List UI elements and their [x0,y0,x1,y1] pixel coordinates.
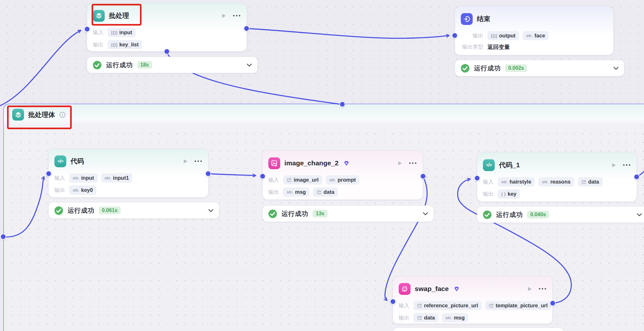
port-code-input[interactable] [46,171,52,177]
node-image-change-2[interactable]: image_change_2 输入image_urlstr.prompt 输出s… [263,151,423,200]
port-code-1-output[interactable] [634,174,640,180]
chevron-down-icon[interactable] [247,63,252,67]
obj-type-label: { } [501,192,506,196]
node-code[interactable]: </> 代码 输入str.inputstr.input1 输出str.key0 [49,149,208,197]
face-icon [399,283,411,295]
status-time-badge: 13s [313,210,328,217]
param-pill-data: data [313,187,338,197]
str-type-label: str. [287,190,293,194]
success-icon [268,209,277,218]
edge-code-to-imagechange[interactable] [208,174,256,176]
param-pill-data: data [413,313,438,322]
row-label: 输出 [268,189,279,196]
param-name: input1 [113,175,129,181]
str-type-label: str. [73,188,79,193]
port-code-output[interactable] [205,171,211,177]
gem-icon [453,286,460,292]
param-name: msg [454,315,465,321]
param-pill-reasons: str.reasons [538,177,574,186]
param-pill-face: str.face [523,31,549,40]
row-label: 输出 [461,32,483,39]
node-swap-face[interactable]: swap_face 输入reference_picture_urltemplat… [393,276,552,324]
play-button[interactable] [526,286,533,292]
edge-body-to-code[interactable] [3,177,44,237]
param-pill-image_url: image_url [283,175,322,185]
play-button[interactable] [221,13,227,19]
more-button[interactable] [538,288,547,290]
param-pill-msg: str.msg [442,313,468,322]
port-batch-output[interactable] [244,26,250,32]
param-pill-input: [{}]input [108,28,136,37]
row-label: 输入 [399,302,409,309]
param-name: data [588,179,599,185]
image-type-icon [581,180,586,184]
edge-start-to-batch[interactable] [0,30,81,107]
param-name: prompt [338,177,356,183]
param-pill-reference_picture_url: reference_picture_url [413,301,482,310]
play-button[interactable] [611,162,617,168]
success-icon [93,60,102,70]
param-name: key [508,191,517,197]
edge-batch-to-end[interactable] [247,28,449,38]
port-image-change-input[interactable] [260,173,266,179]
chevron-down-icon[interactable] [613,67,619,70]
gem-icon [343,160,350,166]
workflow-canvas[interactable]: 批处理体 批处理 [0,0,644,331]
status-bar-swap-face[interactable] [393,328,563,331]
node-title: swap_face [415,285,449,293]
success-icon [483,210,492,219]
success-icon [461,64,470,73]
port-body-top[interactable] [339,101,346,107]
more-button[interactable] [232,14,241,17]
port-body-left[interactable] [0,234,6,240]
node-end[interactable]: 结束 输出[{}]outputstr.face 输出类型返回变量 [455,6,613,55]
param-pill-input1: str.input1 [101,173,133,183]
node-title: 代码 [70,157,84,166]
success-icon [54,206,63,215]
objlist-type-label: [{}] [111,42,118,47]
row-label: 输入 [268,177,279,184]
layers-icon [93,10,105,22]
play-button[interactable] [397,160,403,166]
param-pill-prompt: str.prompt [326,175,359,185]
port-image-change-output[interactable] [420,173,426,179]
port-batch-bottom[interactable] [164,49,170,55]
row-label: 输入 [483,178,493,185]
chevron-down-icon[interactable] [637,213,642,217]
chevron-down-icon[interactable] [423,212,428,216]
str-type-label: str. [526,33,533,38]
param-pill-key: { }key [498,189,520,199]
play-button[interactable] [182,158,188,164]
param-pill-data: data [578,177,603,186]
port-swap-face-output[interactable] [550,300,556,306]
status-bar-code-1[interactable]: 运行成功 0.040s [477,207,644,223]
param-name: output [499,33,516,39]
node-batch[interactable]: 批处理 输入[{}]input 输出[{}]key_list [87,3,247,51]
param-pill-key_list: [{}]key_list [108,40,142,49]
port-swap-face-input[interactable] [390,299,396,305]
str-type-label: str. [105,176,111,180]
node-code-1[interactable]: </> 代码_1 输入str.hairstylestr.reasonsdata … [477,153,637,201]
chevron-down-icon[interactable] [208,209,214,212]
node-title: 批处理 [109,11,129,20]
status-bar-end[interactable]: 运行成功 0.002s [455,60,624,76]
status-time-badge: 0.040s [527,211,549,218]
status-bar-image-change-2[interactable]: 运行成功 13s [263,206,434,222]
param-name: reasons [550,179,570,185]
param-name: template_picture_url [496,303,548,309]
more-button[interactable] [409,162,417,164]
str-type-label: str. [501,179,508,184]
image-type-icon [417,303,422,308]
status-time-badge: 0.061s [99,207,121,214]
status-bar-code[interactable]: 运行成功 0.061s [49,202,219,218]
status-time-badge: 18s [137,61,152,69]
image-type-icon [489,303,494,308]
status-bar-batch[interactable]: 运行成功 18s [87,57,257,73]
port-batch-input[interactable] [84,26,90,32]
str-type-label: str. [73,176,79,180]
port-end-input[interactable] [452,33,458,39]
port-code-1-input[interactable] [474,175,480,181]
more-button[interactable] [194,160,202,162]
param-name: key0 [81,187,93,193]
more-button[interactable] [623,164,631,166]
